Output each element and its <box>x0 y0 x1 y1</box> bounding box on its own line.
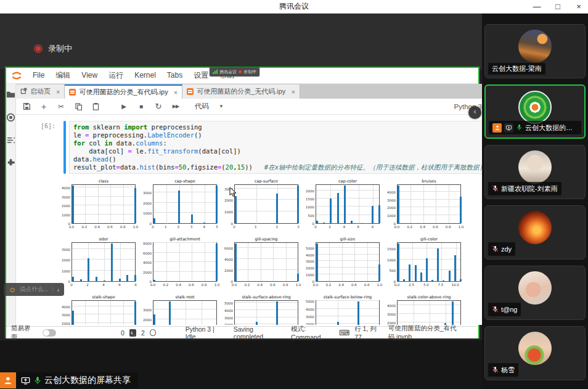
share-banner-name: 云创大数据的屏幕共享 <box>44 375 131 386</box>
participant-tile-3[interactable]: zdy <box>484 205 586 260</box>
chat-collapse-icon[interactable]: ‹ <box>57 286 60 293</box>
menu-编辑[interactable]: 编辑 <box>50 68 76 83</box>
tab-2[interactable]: 可使用菌菇的分类_无代码.ipy× <box>182 84 300 99</box>
save-icon[interactable] <box>22 102 31 110</box>
minimize-icon[interactable]: — <box>533 0 541 14</box>
participant-tile-0[interactable]: 云创大数据-梁南 <box>484 24 586 78</box>
avatar <box>518 332 552 365</box>
presenter-icon <box>492 123 502 133</box>
cell-collapser[interactable] <box>63 121 66 174</box>
subplot-title: stalk-shape <box>71 295 136 300</box>
tab-close-icon[interactable]: × <box>174 89 178 96</box>
close-icon[interactable]: × <box>574 0 583 14</box>
tab-label: 启动页 <box>30 87 51 96</box>
saving-status: Saving completed <box>234 326 281 340</box>
participant-namebar: zdy <box>488 242 515 256</box>
command-mode[interactable]: 模式: Command <box>291 325 334 341</box>
cell-type-dropdown[interactable]: 代码 ▼ <box>195 102 224 111</box>
extension-manager-icon[interactable] <box>6 158 15 168</box>
keyboard-icon[interactable]: ⌨ <box>339 329 349 337</box>
filename: 可使用菌菇的分类_有代码.ipynb <box>388 324 473 342</box>
participant-tile-5[interactable]: 杨雪 <box>484 326 586 380</box>
code-cell[interactable]: [6]: from sklearn import preprocessingle… <box>69 121 490 174</box>
notebook-toolbar: + ✂ ▶ ■ ↻ ▶▶ 代码 ▼ Py <box>16 99 517 115</box>
avatar <box>518 91 552 124</box>
restart-kernel-icon[interactable]: ↻ <box>154 102 163 111</box>
running-kernels-icon[interactable] <box>6 113 15 122</box>
table-of-contents-icon[interactable] <box>6 136 15 145</box>
subplot-cap-shape: 012345cap-shape0100020003000 <box>141 179 222 232</box>
sidebar-collapse-button[interactable]: ‹ <box>468 106 481 119</box>
participant-namebar: 新疆农职院-刘素雨 <box>488 182 561 195</box>
copy-icon[interactable] <box>74 102 83 110</box>
subplot-title: stalk-surface-below-ring <box>316 295 380 300</box>
jupyter-logo-icon <box>11 71 22 81</box>
avatar <box>518 271 552 305</box>
subplot-gill-attachment: 0.00.20.40.60.81.0gill-attachment0200040… <box>141 237 222 290</box>
chat-placeholder[interactable]: 说点什么... <box>20 285 48 293</box>
badge-recording-label: 录制中 <box>243 69 256 75</box>
divider: | <box>52 286 54 293</box>
screen-share-banner: 云创大数据的屏幕共享 <box>0 372 138 388</box>
kernel-count: 2 <box>141 329 145 337</box>
code-editor[interactable]: from sklearn import preprocessingle = pr… <box>69 121 490 174</box>
add-cell-icon[interactable]: + <box>39 102 48 112</box>
participant-tile-4[interactable]: t@ng <box>484 266 586 320</box>
maximize-icon[interactable]: □ <box>553 0 562 14</box>
subplot-odor: 02468odor0100020003000 <box>59 237 141 290</box>
participant-name: 杨雪 <box>501 366 515 375</box>
participant-namebar: 杨雪 <box>488 363 518 377</box>
smiley-icon[interactable]: ☺ <box>9 285 16 294</box>
participant-tile-2[interactable]: 新疆农职院-刘素雨 <box>484 145 586 199</box>
presenter-icon <box>0 372 16 388</box>
menu-Tabs[interactable]: Tabs <box>161 68 188 83</box>
file-browser-icon[interactable] <box>6 90 15 99</box>
cut-icon[interactable]: ✂ <box>57 102 65 111</box>
launcher-icon <box>20 88 27 96</box>
subplot-title: stalk-color-above-ring <box>397 295 461 300</box>
badge-app-name: 腾讯会议 <box>219 69 237 75</box>
cell-type-value: 代码 <box>195 102 209 111</box>
histogram-output: 0.00.20.40.60.81.0class01000200030004000… <box>59 179 467 325</box>
terminal-icon[interactable]: $_ <box>129 329 136 337</box>
simple-mode-toggle[interactable] <box>43 329 56 337</box>
notebook-content: [6]: from sklearn import preprocessingle… <box>16 115 517 325</box>
participant-tile-1[interactable]: 云创大数据的屏... <box>484 84 586 139</box>
screen-share-icon <box>504 123 513 133</box>
menu-Kernel[interactable]: Kernel <box>129 68 161 83</box>
kernel-count-icon[interactable] <box>150 329 156 336</box>
subplot-title: cap-shape <box>153 179 217 184</box>
stop-icon[interactable]: ■ <box>137 103 145 110</box>
tab-close-icon[interactable]: × <box>291 88 295 96</box>
meeting-floating-badge[interactable]: 腾讯会议 录制中 <box>210 67 259 76</box>
avatar <box>518 211 552 244</box>
tab-0[interactable]: 启动页× <box>16 84 65 99</box>
run-icon[interactable]: ▶ <box>120 103 128 110</box>
notebook-icon <box>69 89 76 96</box>
quick-chat-bubble[interactable]: ☺ 说点什么... | ‹ <box>4 283 64 296</box>
cursor-position[interactable]: 行 1, 列 77 <box>354 325 383 341</box>
subplot-bruises: 0.00.20.40.60.81.0bruises010002000300040… <box>385 179 466 232</box>
tab-1[interactable]: 可使用菌菇的分类_有代码.ipy× <box>65 84 182 99</box>
subplot-title: odor <box>71 237 136 242</box>
menu-View[interactable]: View <box>76 68 103 83</box>
participant-namebar: t@ng <box>488 303 521 316</box>
notebook-icon <box>187 88 194 95</box>
run-all-icon[interactable]: ▶▶ <box>171 104 180 109</box>
subplot-class: 0.00.20.40.60.81.0class01000200030004000 <box>59 179 141 232</box>
mic-muted-icon <box>492 304 499 315</box>
screen-share-icon <box>20 375 31 386</box>
paste-icon[interactable] <box>91 102 100 110</box>
window-titlebar: 腾讯会议 — □ × <box>0 0 588 14</box>
subplot-gill-spacing: 0.00.20.40.60.81.0gill-spacing0200040006… <box>222 237 303 290</box>
menu-File[interactable]: File <box>27 68 50 83</box>
participant-name: t@ng <box>501 306 517 313</box>
terminal-count: 0 <box>121 329 125 337</box>
kernel-status[interactable]: Python 3 | Idle <box>186 326 224 340</box>
mic-muted-icon <box>492 364 499 375</box>
meeting-stage: 录制中 File编辑View运行KernelTabs设置帮助 腾讯会议 录制中 <box>0 14 588 389</box>
subplot-gill-color: 0.02.55.07.510.0gill-color050010001500 <box>385 237 466 290</box>
simple-mode-label: 简易界面 <box>11 324 35 342</box>
menu-运行[interactable]: 运行 <box>103 68 129 83</box>
tab-close-icon[interactable]: × <box>56 88 60 96</box>
